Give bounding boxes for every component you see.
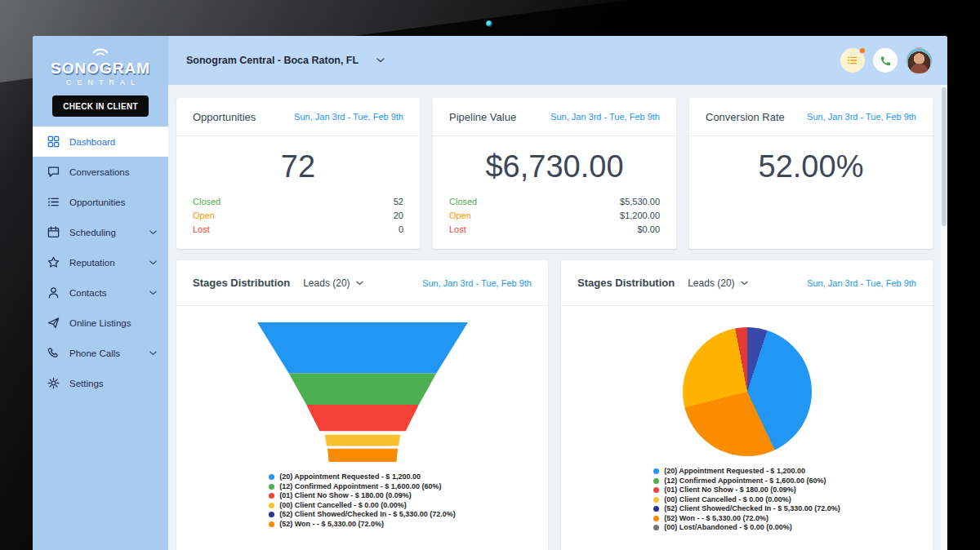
sidebar-nav: DashboardConversationsOpportunitiesSched… xyxy=(33,126,168,398)
stats-row: Opportunities Sun, Jan 3rd - Tue, Feb 9t… xyxy=(176,98,933,249)
chevron-down-icon xyxy=(149,291,157,295)
sidebar-item-label: Conversations xyxy=(69,167,130,177)
stat-row-label: Lost xyxy=(193,224,210,234)
leads-filter-dropdown[interactable]: Leads (20) xyxy=(303,277,363,289)
check-in-client-button[interactable]: CHECK IN CLIENT xyxy=(52,95,149,117)
date-range-link[interactable]: Sun, Jan 3rd - Tue, Feb 9th xyxy=(807,278,916,288)
legend-dot xyxy=(653,525,659,530)
stat-row-label: Closed xyxy=(449,197,477,206)
date-range-link[interactable]: Sun, Jan 3rd - Tue, Feb 9th xyxy=(422,278,532,288)
sidebar-item-opportunities[interactable]: Opportunities xyxy=(33,187,168,217)
chevron-down-icon xyxy=(356,281,363,286)
legend-label: (12) Confirmed Appointment - $ 1,600.00 … xyxy=(279,482,441,492)
legend-dot xyxy=(653,497,659,503)
legend-label: (52) Client Showed/Checked In - $ 5,330.… xyxy=(279,510,456,520)
stat-row-open: Open 20 xyxy=(176,208,420,222)
stat-card-pipeline-value: Pipeline Value Sun, Jan 3rd - Tue, Feb 9… xyxy=(433,98,676,249)
legend-item: (52) Client Showed/Checked In - $ 5,330.… xyxy=(653,504,840,514)
stat-row-label: Closed xyxy=(193,197,220,206)
legend-dot xyxy=(269,503,274,508)
legend-item: (01) Client No Show - $ 180.00 (0.09%) xyxy=(269,491,456,501)
vertical-scrollbar[interactable] xyxy=(941,85,947,550)
legend-label: (01) Client No Show - $ 180.00 (0.09%) xyxy=(279,491,412,501)
logo-wordmark: SONOGRAM xyxy=(33,60,168,78)
main-area: Sonogram Central - Boca Raton, FL xyxy=(168,36,947,550)
sidebar-item-conversations[interactable]: Conversations xyxy=(33,157,168,187)
sidebar-item-label: Dashboard xyxy=(69,137,115,147)
stages-distribution-funnel-card: Stages Distribution Leads (20) Sun, Jan … xyxy=(176,260,548,550)
funnel-legend: (20) Appointment Requested - $ 1,200.00(… xyxy=(269,472,456,529)
sidebar-item-label: Scheduling xyxy=(69,228,116,237)
location-selector[interactable]: Sonogram Central - Boca Raton, FL xyxy=(186,55,385,66)
sidebar-item-phone-calls[interactable]: Phone Calls xyxy=(33,338,168,368)
pie-legend: (20) Appointment Requested - $ 1,200.00(… xyxy=(653,467,840,533)
topbar-actions xyxy=(840,47,933,74)
scrollbar-thumb[interactable] xyxy=(942,87,947,226)
stat-row-lost: Lost 0 xyxy=(176,222,420,236)
stat-row-label: Open xyxy=(449,211,471,220)
dashboard-icon xyxy=(47,135,60,148)
stat-row-label: Open xyxy=(193,211,215,220)
legend-item: (52) Won - - $ 5,330.00 (72.0%) xyxy=(269,520,456,530)
sidebar-item-label: Contacts xyxy=(69,288,106,298)
funnel-chart xyxy=(257,322,468,462)
stat-row-closed: Closed $5,530.00 xyxy=(433,194,676,208)
legend-label: (20) Appointment Requested - $ 1,200.00 xyxy=(279,472,421,482)
sidebar-item-settings[interactable]: Settings xyxy=(33,368,168,398)
stat-breakdown xyxy=(689,194,933,201)
gear-icon xyxy=(47,377,60,389)
pie-chart-body: (20) Appointment Requested - $ 1,200.00(… xyxy=(561,306,933,550)
legend-label: (00) Client Cancelled - $ 0.00 (0.00%) xyxy=(664,495,791,505)
sidebar-item-scheduling[interactable]: Scheduling xyxy=(33,217,168,247)
stat-card-opportunities: Opportunities Sun, Jan 3rd - Tue, Feb 9t… xyxy=(176,98,420,249)
legend-label: (00) Lost/Abandoned - $ 0.00 (0.00%) xyxy=(664,523,792,533)
tasks-button[interactable] xyxy=(840,48,865,73)
legend-label: (52) Client Showed/Checked In - $ 5,330.… xyxy=(664,504,840,514)
sidebar-item-reputation[interactable]: Reputation xyxy=(33,247,168,277)
legend-item: (12) Confirmed Appointment - $ 1,600.00 … xyxy=(653,477,840,486)
funnel-chart-body: (20) Appointment Requested - $ 1,200.00(… xyxy=(176,306,548,550)
date-range-link[interactable]: Sun, Jan 3rd - Tue, Feb 9th xyxy=(807,112,916,122)
stat-value: 52.00% xyxy=(689,136,933,194)
legend-dot xyxy=(653,478,659,484)
leads-filter-dropdown[interactable]: Leads (20) xyxy=(688,277,747,289)
legend-label: (52) Won - - $ 5,330.00 (72.0%) xyxy=(279,520,384,530)
stat-row-value: $1,200.00 xyxy=(620,211,660,220)
legend-item: (20) Appointment Requested - $ 1,200.00 xyxy=(269,472,456,482)
tasks-list-icon xyxy=(847,55,858,66)
stages-distribution-pie-card: Stages Distribution Leads (20) Sun, Jan … xyxy=(561,260,933,550)
date-range-link[interactable]: Sun, Jan 3rd - Tue, Feb 9th xyxy=(294,112,403,122)
wifi-arcs-icon xyxy=(88,44,113,56)
sidebar-item-label: Reputation xyxy=(69,258,115,268)
phone-button[interactable] xyxy=(873,48,898,73)
leads-filter-label: Leads (20) xyxy=(303,277,350,289)
user-avatar[interactable] xyxy=(906,47,933,74)
legend-label: (00) Client Cancelled - $ 0.00 (0.00%) xyxy=(279,501,407,511)
legend-item: (52) Won - - $ 5,330.00 (72.0%) xyxy=(653,514,840,524)
sidebar-item-online-listings[interactable]: Online Listings xyxy=(33,308,168,338)
legend-dot xyxy=(653,468,659,474)
legend-item: (00) Lost/Abandoned - $ 0.00 (0.00%) xyxy=(653,523,840,533)
sidebar-item-dashboard[interactable]: Dashboard xyxy=(33,126,168,157)
date-range-link[interactable]: Sun, Jan 3rd - Tue, Feb 9th xyxy=(550,112,660,122)
chart-title: Stages Distribution xyxy=(577,277,675,289)
pie-chart xyxy=(683,327,812,456)
stat-row-value: 20 xyxy=(394,211,403,220)
legend-dot xyxy=(653,487,659,493)
sidebar-item-label: Settings xyxy=(69,379,104,388)
legend-dot xyxy=(269,474,274,480)
camera-dot xyxy=(486,20,492,27)
stat-breakdown: Closed $5,530.00 Open $1,200.00 Lost $0.… xyxy=(433,194,676,242)
stat-value: $6,730.00 xyxy=(433,136,676,194)
sidebar-item-label: Phone Calls xyxy=(69,348,120,358)
chat-icon xyxy=(47,166,60,178)
location-label: Sonogram Central - Boca Raton, FL xyxy=(186,55,359,66)
chevron-down-icon xyxy=(149,351,157,356)
charts-row: Stages Distribution Leads (20) Sun, Jan … xyxy=(176,260,933,550)
list-icon xyxy=(47,196,60,208)
sidebar-item-label: Online Listings xyxy=(69,318,131,328)
legend-item: (20) Appointment Requested - $ 1,200.00 xyxy=(653,467,840,477)
sidebar-item-contacts[interactable]: Contacts xyxy=(33,277,168,308)
stat-card-header: Conversion Rate Sun, Jan 3rd - Tue, Feb … xyxy=(689,98,933,136)
stat-card-header: Pipeline Value Sun, Jan 3rd - Tue, Feb 9… xyxy=(433,98,676,136)
